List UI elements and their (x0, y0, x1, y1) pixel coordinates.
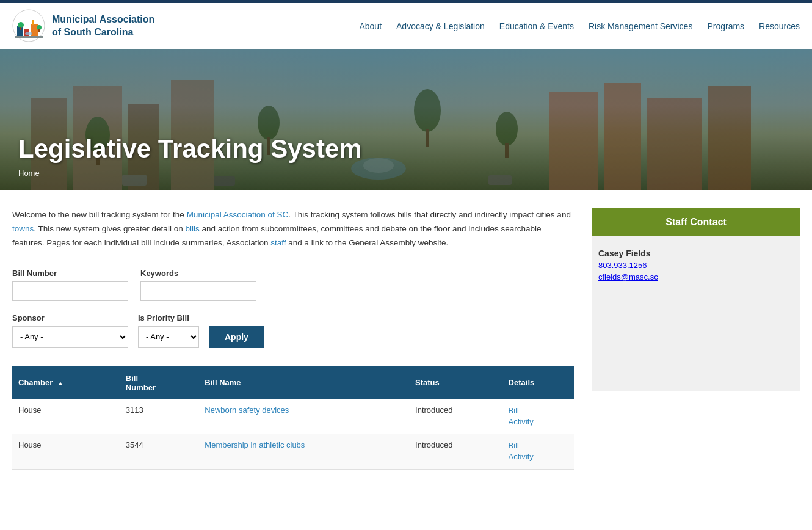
cell-bill-number: 3113 (120, 399, 198, 434)
header: Municipal Association of South Carolina … (0, 3, 812, 49)
svg-rect-9 (38, 29, 40, 32)
nav-resources[interactable]: Resources (759, 21, 800, 31)
bill-number-label: Bill Number (12, 269, 128, 278)
svg-rect-33 (214, 176, 235, 186)
nav-about[interactable]: About (359, 21, 382, 31)
breadcrumb: Home (18, 169, 794, 178)
staff-name: Casey Fields (598, 249, 794, 258)
towns-link[interactable]: towns (12, 224, 34, 233)
sponsor-group: Sponsor - Any - (12, 313, 128, 348)
logo-text: Municipal Association of South Carolina (52, 13, 154, 39)
activity-link[interactable]: Activity (509, 416, 568, 427)
sort-arrow-chamber: ▲ (57, 380, 63, 387)
sponsor-select[interactable]: - Any - (12, 326, 128, 348)
masc-link[interactable]: Municipal Association of SC (187, 210, 289, 219)
table-header-row: Chamber ▲ BillNumber Bill Name Status De… (12, 366, 574, 399)
priority-label: Is Priority Bill (138, 313, 199, 322)
cell-status: Introduced (409, 399, 502, 434)
main-nav: About Advocacy & Legislation Education &… (359, 21, 800, 31)
col-bill-name[interactable]: Bill Name (198, 366, 409, 399)
col-bill-number[interactable]: BillNumber (120, 366, 198, 399)
intro-text: Welcome to the new bill tracking system … (12, 208, 574, 250)
staff-info: Casey Fields 803.933.1256 cfields@masc.s… (592, 249, 800, 281)
logo-area: Municipal Association of South Carolina (12, 9, 154, 43)
nav-programs[interactable]: Programs (707, 21, 744, 31)
staff-phone[interactable]: 803.933.1256 (598, 261, 794, 270)
svg-point-11 (25, 32, 32, 35)
filter-form-row2: Sponsor - Any - Is Priority Bill - Any -… (12, 313, 574, 348)
apply-button[interactable]: Apply (209, 326, 264, 348)
content-area: Welcome to the new bill tracking system … (12, 208, 592, 470)
svg-rect-10 (15, 36, 43, 38)
col-chamber[interactable]: Chamber ▲ (12, 366, 120, 399)
sponsor-label: Sponsor (12, 313, 128, 322)
bill-link[interactable]: Bill (509, 440, 568, 451)
nav-advocacy[interactable]: Advocacy & Legislation (396, 21, 485, 31)
col-status[interactable]: Status (409, 366, 502, 399)
col-details[interactable]: Details (502, 366, 574, 399)
keywords-input[interactable] (140, 281, 256, 301)
cell-bill-name: Membership in athletic clubs (198, 434, 409, 469)
svg-point-8 (37, 25, 42, 30)
main-content: Welcome to the new bill tracking system … (0, 190, 812, 488)
keywords-label: Keywords (140, 269, 256, 278)
filter-form-row1: Bill Number Keywords (12, 269, 574, 301)
cell-chamber: House (12, 399, 120, 434)
staff-contact-header: Staff Contact (592, 208, 800, 236)
svg-point-26 (414, 89, 441, 132)
sidebar: Staff Contact Casey Fields 803.933.1256 … (592, 208, 800, 470)
staff-link[interactable]: staff (270, 238, 286, 247)
activity-link[interactable]: Activity (509, 451, 568, 462)
cell-chamber: House (12, 434, 120, 469)
bill-name-link[interactable]: Membership in athletic clubs (205, 440, 305, 449)
priority-select[interactable]: - Any - (138, 326, 199, 348)
staff-email[interactable]: cfields@masc.sc (598, 272, 794, 281)
cell-status: Introduced (409, 434, 502, 469)
bill-name-link[interactable]: Newborn safety devices (205, 405, 289, 415)
cell-details: Bill Activity (502, 434, 574, 469)
bill-link[interactable]: Bill (509, 405, 568, 416)
staff-email-link[interactable]: cfields@masc.sc (598, 272, 658, 281)
sidebar-bg: Staff Contact Casey Fields 803.933.1256 … (592, 208, 800, 391)
bills-link[interactable]: bills (185, 224, 199, 233)
hero-banner: Legislative Tracking System Home (0, 49, 812, 190)
staff-phone-link[interactable]: 803.933.1256 (598, 261, 647, 270)
cell-bill-name: Newborn safety devices (198, 399, 409, 434)
svg-rect-4 (31, 24, 38, 37)
svg-rect-5 (32, 20, 34, 25)
nav-risk[interactable]: Risk Management Services (589, 21, 692, 31)
cell-details: Bill Activity (502, 399, 574, 434)
priority-group: Is Priority Bill - Any - (138, 313, 199, 348)
cell-bill-number: 3544 (120, 434, 198, 469)
bill-number-group: Bill Number (12, 269, 128, 301)
bills-table: Chamber ▲ BillNumber Bill Name Status De… (12, 366, 574, 470)
svg-rect-7 (20, 27, 21, 30)
keywords-group: Keywords (140, 269, 256, 301)
table-row: House 3113 Newborn safety devices Introd… (12, 399, 574, 434)
hero-title: Legislative Tracking System (18, 134, 794, 164)
logo-icon (12, 9, 46, 43)
bill-number-input[interactable] (12, 281, 128, 301)
table-row: House 3544 Membership in athletic clubs … (12, 434, 574, 469)
nav-education[interactable]: Education & Events (499, 21, 574, 31)
breadcrumb-home-link[interactable]: Home (18, 169, 40, 178)
